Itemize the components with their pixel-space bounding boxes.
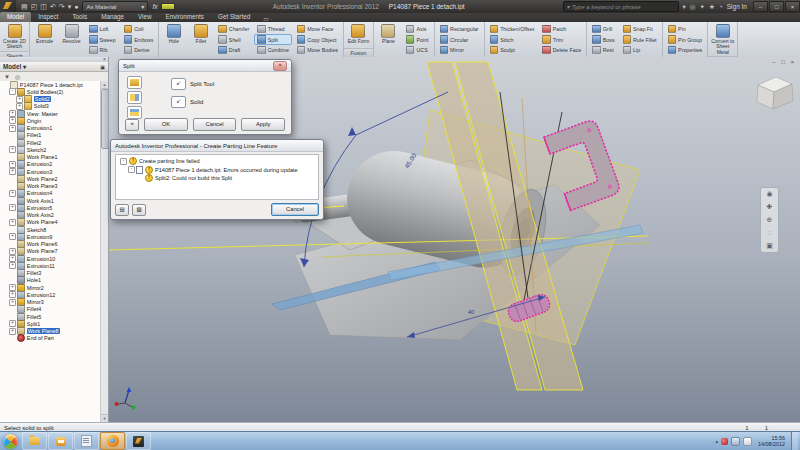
- solid-picker-button[interactable]: ↙: [171, 96, 186, 108]
- boss-button[interactable]: Boss: [589, 34, 617, 44]
- expand-icon[interactable]: +: [9, 125, 16, 132]
- expand-icon[interactable]: +: [9, 219, 16, 226]
- expand-icon[interactable]: -: [120, 158, 127, 165]
- zoom-icon[interactable]: ⊕: [767, 216, 773, 224]
- restore-button[interactable]: □: [769, 1, 784, 12]
- hole-button[interactable]: Hole: [161, 23, 186, 56]
- extrude-button[interactable]: Extrude: [32, 23, 57, 56]
- select-icon[interactable]: ▾: [68, 2, 72, 11]
- expand-icon[interactable]: +: [9, 190, 16, 197]
- antivirus-icon[interactable]: [721, 438, 728, 445]
- draft-button[interactable]: Draft: [215, 45, 252, 55]
- tree-item-sketch8[interactable]: +Sketch8: [0, 226, 101, 233]
- browser-options-icon[interactable]: ▣: [100, 64, 105, 70]
- orbit-icon[interactable]: ◌: [767, 229, 771, 237]
- favorites-icon[interactable]: ★: [709, 3, 715, 11]
- expand-icon[interactable]: +: [9, 110, 16, 117]
- expand-icon[interactable]: +: [16, 103, 23, 110]
- look-at-icon[interactable]: ▣: [766, 242, 773, 250]
- derive-button[interactable]: Derive: [121, 45, 157, 55]
- save-report-icon[interactable]: ▤: [115, 204, 129, 216]
- snap-fit-button[interactable]: Snap Fit: [620, 24, 660, 34]
- tree-item-work-axis2[interactable]: +Work Axis2: [0, 212, 101, 219]
- taskbar-mail-button[interactable]: [48, 432, 73, 450]
- expand-icon[interactable]: +: [9, 299, 16, 306]
- split-tool-picker-button[interactable]: ↙: [171, 78, 186, 90]
- tree-item-extrusion3[interactable]: +Extrusion3: [0, 168, 101, 175]
- axis-button[interactable]: Axis: [403, 24, 432, 34]
- tab-environments[interactable]: Environments: [158, 12, 211, 22]
- taskbar-notepad-button[interactable]: [74, 432, 99, 450]
- pan-icon[interactable]: ✚: [767, 203, 773, 211]
- plane-button[interactable]: Plane: [376, 23, 401, 56]
- tree-item-extrusion10[interactable]: +Extrusion10: [0, 255, 101, 262]
- error-cancel-button[interactable]: Cancel: [271, 203, 319, 216]
- rib-button[interactable]: Rib: [86, 45, 119, 55]
- volume-icon[interactable]: [743, 437, 752, 446]
- tree-item-origin[interactable]: +Origin: [0, 117, 101, 124]
- expand-icon[interactable]: +: [9, 262, 16, 269]
- scroll-down-icon[interactable]: ▼: [101, 414, 108, 422]
- expand-icon[interactable]: -: [128, 166, 135, 173]
- expand-icon[interactable]: +: [9, 146, 16, 153]
- tree-item-fillet1[interactable]: +Fillet1: [0, 132, 101, 139]
- save-icon[interactable]: ◫: [40, 2, 47, 11]
- stitch-button[interactable]: Stitch: [487, 34, 538, 44]
- tab-inspect[interactable]: Inspect: [31, 12, 65, 22]
- rest-button[interactable]: Rest: [589, 45, 617, 55]
- split-dialog-titlebar[interactable]: Split ×: [119, 60, 291, 72]
- thread-button[interactable]: Thread: [254, 24, 292, 34]
- expand-icon[interactable]: +: [9, 328, 16, 335]
- patch-button[interactable]: Patch: [539, 24, 584, 34]
- tab-get-started[interactable]: Get Started: [211, 12, 257, 22]
- scrollbar-thumb[interactable]: [101, 89, 109, 149]
- pin-button[interactable]: Pin: [665, 24, 706, 34]
- expand-icon[interactable]: +: [9, 291, 16, 298]
- shell-button[interactable]: Shell: [215, 34, 252, 44]
- taskbar-inventor-button[interactable]: [126, 432, 151, 450]
- redo-icon[interactable]: ↷: [59, 2, 65, 11]
- tree-item-hole1[interactable]: +Hole1: [0, 277, 101, 284]
- expand-icon[interactable]: +: [9, 233, 16, 240]
- tree-item-work-axis1[interactable]: +Work Axis1: [0, 197, 101, 204]
- properties-button[interactable]: Properties: [665, 45, 706, 55]
- material-dropdown[interactable]: As Material ▾: [82, 1, 148, 12]
- expand-icon[interactable]: +: [9, 248, 16, 255]
- tree-item-extrusion9[interactable]: +Extrusion9: [0, 233, 101, 240]
- mirror-button[interactable]: Mirror: [437, 45, 482, 55]
- java-icon[interactable]: [731, 437, 740, 446]
- taskbar-explorer-button[interactable]: [22, 432, 47, 450]
- ucs-button[interactable]: UCS: [403, 45, 432, 55]
- expand-icon[interactable]: +: [16, 96, 23, 103]
- close-icon[interactable]: ×: [273, 61, 287, 71]
- tree-item-work-plane3[interactable]: +Work Plane3: [0, 183, 101, 190]
- delete-face-button[interactable]: Delete Face: [539, 45, 584, 55]
- trim-button[interactable]: Trim: [539, 34, 584, 44]
- rectangular-button[interactable]: Rectangular: [437, 24, 482, 34]
- document-window-controls[interactable]: – □ ×: [772, 59, 796, 65]
- grill-button[interactable]: Grill: [589, 24, 617, 34]
- expand-icon[interactable]: +: [9, 168, 16, 175]
- search-input[interactable]: ▾ Type a keyword or phrase: [563, 1, 679, 12]
- tree-item-extrusion4[interactable]: +Extrusion4: [0, 190, 101, 197]
- tree-item-solid3[interactable]: +Solid3: [0, 103, 101, 110]
- start-button[interactable]: [3, 434, 18, 449]
- move-bodies-button[interactable]: Move Bodies: [294, 45, 341, 55]
- tree-item-work-plane1[interactable]: +Work Plane1: [0, 154, 101, 161]
- trim-solid-icon[interactable]: [127, 91, 142, 104]
- help-star-icon[interactable]: ✦: [700, 3, 705, 11]
- expand-icon[interactable]: +: [9, 284, 16, 291]
- tree-item-solid2[interactable]: +Solid2: [0, 96, 101, 103]
- expand-icon[interactable]: +: [9, 320, 16, 327]
- tree-item-extrusion12[interactable]: +Extrusion12: [0, 291, 101, 298]
- navigation-wheel-icon[interactable]: ◉: [766, 190, 772, 198]
- coil-button[interactable]: Coil: [121, 24, 157, 34]
- loft-button[interactable]: Loft: [86, 24, 119, 34]
- split-solid-icon[interactable]: [127, 76, 142, 89]
- browser-title[interactable]: Model ▾: [3, 63, 26, 70]
- tree-item-work-plane4[interactable]: +Work Plane4: [0, 219, 101, 226]
- fillet-button[interactable]: Fillet: [188, 23, 213, 56]
- sweep-button[interactable]: Sweep: [86, 34, 119, 44]
- browser-scrollbar[interactable]: ▲ ▼: [100, 81, 108, 422]
- tray-arrow-icon[interactable]: ▴: [716, 438, 719, 444]
